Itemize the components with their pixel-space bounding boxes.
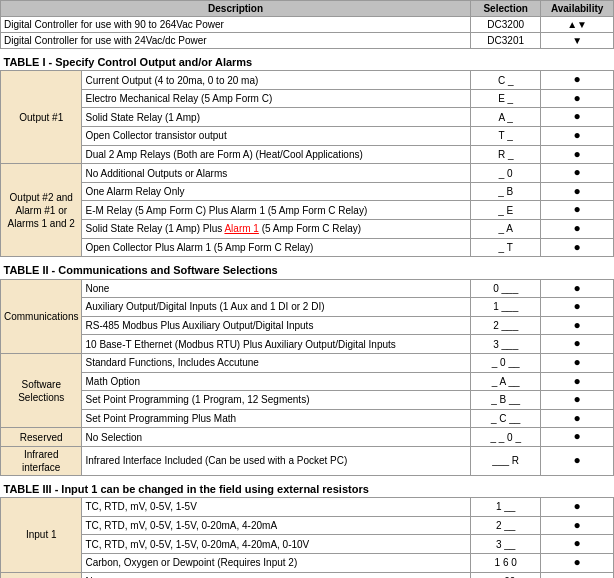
input1-sel-2: 3 __ [471,535,541,554]
sw-sel-3: _ C __ [471,409,541,428]
sw-sel-1: _ A __ [471,372,541,391]
infrared-avail: ● [541,446,614,475]
output2-avail-4: ● [541,238,614,257]
sw-avail-1: ● [541,372,614,391]
sw-avail-2: ● [541,391,614,410]
input1-row-0: Input 1 TC, RTD, mV, 0-5V, 1-5V 1 __ ● [1,498,614,517]
output1-sel-2: A _ [471,108,541,127]
input1-row-2: TC, RTD, mV, 0-5V, 1-5V, 0-20mA, 4-20mA,… [1,535,614,554]
comm-avail-0: ● [541,279,614,298]
reserved-desc: No Selection [82,428,471,447]
top-row-1: Digital Controller for use with 90 to 26… [1,17,614,33]
infrared-row: Infrared interface Infrared Interface In… [1,446,614,475]
dot-icon: ● [573,109,580,123]
comm-row-0: Communications None 0 ___ ● [1,279,614,298]
comm-desc-2: RS-485 Modbus Plus Auxiliary Output/Digi… [82,316,471,335]
output1-desc-1: Electro Mechanical Relay (5 Amp Form C) [82,89,471,108]
comm-sel-3: 3 ___ [471,335,541,354]
output2-avail-1: ● [541,182,614,201]
output2-avail-0: ● [541,164,614,183]
infrared-label: Infrared interface [1,446,82,475]
comm-sel-0: 0 ___ [471,279,541,298]
dot-icon: ● [573,453,580,467]
dot-icon: ● [573,555,580,569]
top-sel-1: DC3200 [471,17,541,33]
input1-desc-1: TC, RTD, mV, 0-5V, 1-5V, 0-20mA, 4-20mA [82,516,471,535]
output1-avail-2: ● [541,108,614,127]
comm-label: Communications [1,279,82,353]
output1-sel-4: R _ [471,145,541,164]
reserved-label: Reserved [1,428,82,447]
sel-header: Selection [471,1,541,17]
dot-icon: ● [573,299,580,313]
output2-row-0: Output #2 and Alarm #1 or Alarms 1 and 2… [1,164,614,183]
output1-row-1: Electro Mechanical Relay (5 Amp Form C) … [1,89,614,108]
output1-avail-1: ● [541,89,614,108]
sw-desc-2: Set Point Programming (1 Program, 12 Seg… [82,391,471,410]
alarm1-highlight: Alarm 1 [224,223,258,234]
output1-desc-2: Solid State Relay (1 Amp) [82,108,471,127]
dot-icon: ● [573,72,580,86]
reserved-row: Reserved No Selection _ _ 0 _ ● [1,428,614,447]
input1-desc-0: TC, RTD, mV, 0-5V, 1-5V [82,498,471,517]
output1-desc-0: Current Output (4 to 20ma, 0 to 20 ma) [82,71,471,90]
dot-icon: ● [573,147,580,161]
comm-avail-1: ● [541,298,614,317]
comm-row-1: Auxiliary Output/Digital Inputs (1 Aux a… [1,298,614,317]
comm-avail-3: ● [541,335,614,354]
comm-desc-0: None [82,279,471,298]
output2-sel-3: _ A [471,220,541,239]
input1-row-3: Carbon, Oxygen or Dewpoint (Requires Inp… [1,553,614,572]
sw-label: Software Selections [1,353,82,427]
output1-sel-1: E _ [471,89,541,108]
output1-label: Output #1 [1,71,82,164]
sw-row-0: Software Selections Standard Functions, … [1,353,614,372]
dot-icon: ● [573,429,580,443]
input2-label: Input 2 [1,572,82,578]
comm-sel-2: 2 ___ [471,316,541,335]
reserved-avail: ● [541,428,614,447]
dot-icon: ● [573,536,580,550]
sw-row-1: Math Option _ A __ ● [1,372,614,391]
output2-sel-0: _ 0 [471,164,541,183]
comm-row-3: 10 Base-T Ethernet (Modbus RTU) Plus Aux… [1,335,614,354]
top-desc-2: Digital Controller for use with 24Vac/dc… [1,33,471,49]
sw-desc-3: Set Point Programming Plus Math [82,409,471,428]
output2-row-4: Open Collector Plus Alarm 1 (5 Amp Form … [1,238,614,257]
output1-row-4: Dual 2 Amp Relays (Both are Form A) (Hea… [1,145,614,164]
dot-icon: ● [573,91,580,105]
table2-title: TABLE II - Communications and Software S… [1,257,614,279]
input2-avail-0: ● [541,572,614,578]
output1-sel-3: T _ [471,127,541,146]
output1-desc-3: Open Collector transistor output [82,127,471,146]
output1-row-2: Solid State Relay (1 Amp) A _ ● [1,108,614,127]
output2-row-2: E-M Relay (5 Amp Form C) Plus Alarm 1 (5… [1,201,614,220]
dot-icon: ● [573,281,580,295]
output1-avail-4: ● [541,145,614,164]
sw-avail-3: ● [541,409,614,428]
input1-avail-2: ● [541,535,614,554]
dot-icon: ● [573,392,580,406]
output2-sel-2: _ E [471,201,541,220]
sw-sel-0: _ 0 __ [471,353,541,372]
sw-desc-1: Math Option [82,372,471,391]
output2-desc-1: One Alarm Relay Only [82,182,471,201]
input1-sel-0: 1 __ [471,498,541,517]
output1-avail-3: ● [541,127,614,146]
sw-row-3: Set Point Programming Plus Math _ C __ ● [1,409,614,428]
top-avail-1: ▲▼ [541,17,614,33]
input1-label: Input 1 [1,498,82,572]
output2-label: Output #2 and Alarm #1 or Alarms 1 and 2 [1,164,82,257]
input1-avail-0: ● [541,498,614,517]
output2-desc-0: No Additional Outputs or Alarms [82,164,471,183]
dot-icon: ● [573,574,580,578]
input2-sel-0: _ 00 [471,572,541,578]
input1-sel-3: 1 6 0 [471,553,541,572]
table1-title: TABLE I - Specify Control Output and/or … [1,49,614,71]
output1-desc-4: Dual 2 Amp Relays (Both are Form A) (Hea… [82,145,471,164]
reserved-sel: _ _ 0 _ [471,428,541,447]
sw-row-2: Set Point Programming (1 Program, 12 Seg… [1,391,614,410]
dot-icon: ● [573,165,580,179]
comm-row-2: RS-485 Modbus Plus Auxiliary Output/Digi… [1,316,614,335]
output2-desc-2: E-M Relay (5 Amp Form C) Plus Alarm 1 (5… [82,201,471,220]
